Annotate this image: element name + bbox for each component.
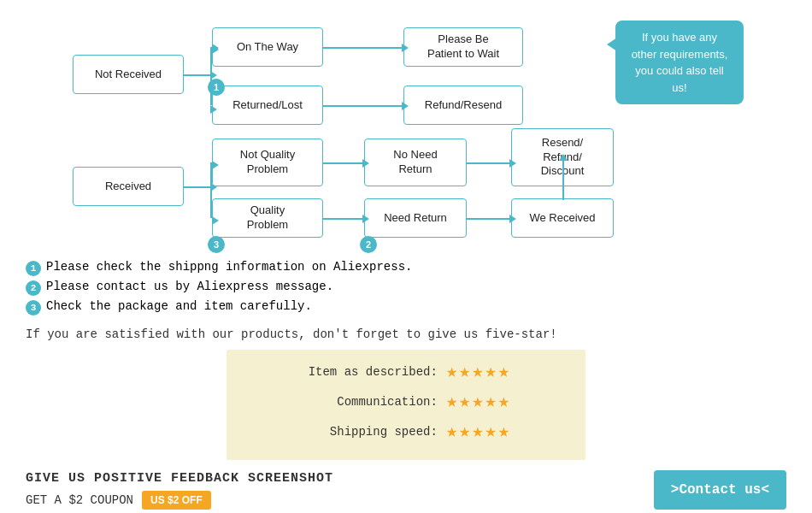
- arrow-received-branch: [184, 186, 212, 188]
- arrowhead-on-the-way: [212, 45, 219, 54]
- box-please-be-patient: Please BePatient to Wait: [403, 27, 523, 67]
- badge-1: 1: [208, 79, 225, 96]
- satisfaction-headline: If you are satisfied with our products, …: [26, 327, 786, 341]
- box-we-received: We Received: [511, 198, 614, 238]
- box-need-return: Need Return: [364, 198, 467, 238]
- arrowhead-v-up: [559, 154, 568, 161]
- tooltip-requirements: If you have anyother requirements,you co…: [615, 21, 744, 104]
- flowchart-section: Not Received On The Way Returned/Lost Pl…: [17, 9, 795, 256]
- box-returned-lost: Returned/Lost: [212, 86, 323, 125]
- coupon-badge: US $2 OFF: [142, 491, 211, 510]
- rating-label-3: Shipping speed:: [301, 425, 438, 439]
- arrow-returned-refund: [323, 105, 403, 107]
- stars-3: ★★★★★: [446, 420, 511, 443]
- feedback-title: GIVE US POSITIVE FEEDBACK SCREENSHOT: [26, 471, 333, 486]
- feedback-left: GIVE US POSITIVE FEEDBACK SCREENSHOT GET…: [26, 471, 333, 510]
- box-on-the-way: On The Way: [212, 27, 323, 67]
- box-not-received: Not Received: [73, 55, 184, 94]
- arrow-not-received-branch: [184, 74, 212, 76]
- arrow-noneed-resend: [467, 162, 511, 164]
- page-wrapper: Not Received On The Way Returned/Lost Pl…: [0, 0, 812, 513]
- arrow-v-wereceived-resend: [562, 157, 564, 200]
- note-item-2: 2 Please contact us by Aliexpress messag…: [26, 280, 786, 296]
- coupon-text: GET A $2 COUPON: [26, 493, 133, 507]
- note-item-3: 3 Check the package and item carefully.: [26, 299, 786, 315]
- rating-row-1: Item as described: ★★★★★: [244, 360, 568, 383]
- branch-v-received-down: [210, 186, 212, 218]
- box-not-quality-problem: Not QualityProblem: [212, 139, 323, 186]
- feedback-coupon-row: GET A $2 COUPON US $2 OFF: [26, 491, 333, 510]
- badge-3: 3: [208, 236, 225, 253]
- box-received: Received: [73, 167, 184, 206]
- rating-box: Item as described: ★★★★★ Communication: …: [227, 350, 585, 460]
- note-text-1: Please check the shippng information on …: [46, 260, 412, 274]
- box-refund-resend: Refund/Resend: [403, 86, 523, 125]
- note-badge-2: 2: [26, 280, 41, 296]
- rating-row-3: Shipping speed: ★★★★★: [244, 420, 568, 443]
- note-text-2: Please contact us by Aliexpress message.: [46, 280, 333, 293]
- arrowhead-returned-lost: [210, 105, 217, 114]
- notes-section: 1 Please check the shippng information o…: [17, 260, 795, 315]
- badge-2: 2: [360, 236, 377, 253]
- rating-row-2: Communication: ★★★★★: [244, 390, 568, 413]
- arrow-qp-need: [323, 218, 364, 220]
- rating-label-2: Communication:: [301, 395, 438, 409]
- arrow-need-wereceived: [467, 218, 511, 220]
- arrow-on-the-way-patient: [323, 47, 403, 49]
- feedback-section: GIVE US POSITIVE FEEDBACK SCREENSHOT GET…: [17, 470, 795, 510]
- satisfaction-section: If you are satisfied with our products, …: [17, 327, 795, 460]
- rating-label-1: Item as described:: [301, 365, 438, 379]
- note-item-1: 1 Please check the shippng information o…: [26, 260, 786, 276]
- stars-1: ★★★★★: [446, 360, 511, 383]
- stars-2: ★★★★★: [446, 390, 511, 413]
- arrow-nqp-noneed: [323, 162, 364, 164]
- note-badge-1: 1: [26, 261, 41, 276]
- box-quality-problem: QualityProblem: [212, 198, 323, 238]
- box-no-need-return: No NeedReturn: [364, 139, 467, 186]
- arrowhead-not-quality: [212, 161, 219, 169]
- note-badge-3: 3: [26, 300, 41, 315]
- arrowhead-quality: [212, 216, 219, 225]
- contact-button[interactable]: >Contact us<: [654, 470, 786, 510]
- note-text-3: Check the package and item carefully.: [46, 299, 312, 313]
